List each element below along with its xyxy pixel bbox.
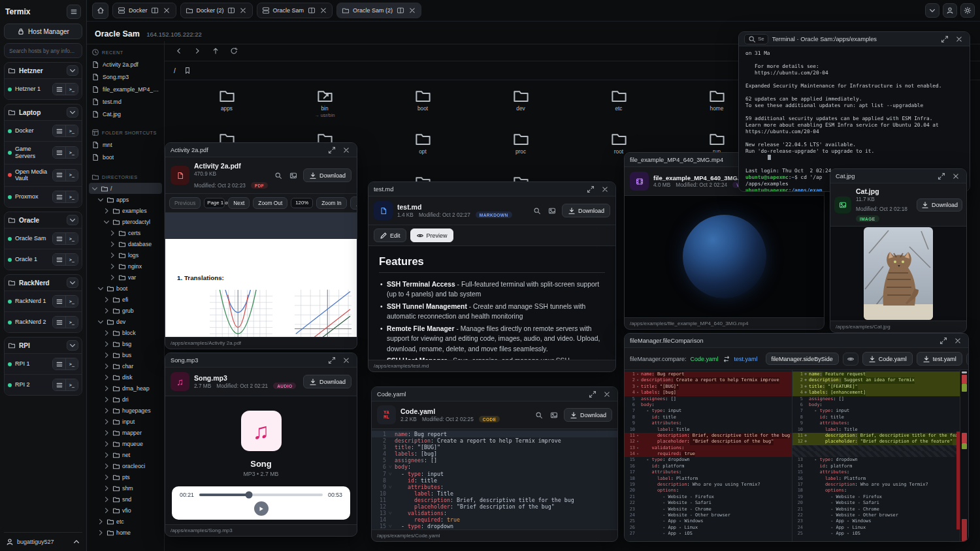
- host-item[interactable]: Proxmox >_: [5, 186, 82, 207]
- tab-docker[interactable]: Docker: [112, 3, 176, 18]
- shortcut-folder[interactable]: boot: [89, 151, 162, 163]
- pdf-next-button[interactable]: Next: [228, 197, 250, 209]
- code-minimap-button[interactable]: [549, 410, 559, 420]
- close-button[interactable]: [953, 336, 963, 346]
- pdf-zoom-out-button[interactable]: Zoom Out: [253, 197, 287, 209]
- tree-node-/[interactable]: /: [89, 183, 162, 194]
- diff-minimap[interactable]: [960, 370, 968, 541]
- host-file-manager-button[interactable]: [53, 379, 65, 390]
- grid-folder-etc[interactable]: etc: [570, 87, 668, 125]
- expand-button[interactable]: [938, 336, 949, 346]
- home-tab-button[interactable]: [92, 3, 108, 19]
- host-group-header[interactable]: RackNerd: [5, 275, 82, 291]
- tree-node-block[interactable]: block: [89, 327, 162, 338]
- tab-close-button[interactable]: [319, 7, 327, 15]
- image-window-titlebar[interactable]: Cat.jpg: [830, 169, 966, 183]
- grid-folder-proc[interactable]: proc: [472, 130, 570, 168]
- close-button[interactable]: [951, 171, 961, 181]
- admin-button[interactable]: [943, 3, 957, 18]
- shortcut-folder[interactable]: mnt: [89, 138, 162, 151]
- host-file-manager-button[interactable]: [53, 296, 65, 307]
- tab-close-button[interactable]: [163, 7, 171, 15]
- audio-window-titlebar[interactable]: Song.mp3: [165, 353, 357, 368]
- back-button[interactable]: [174, 46, 184, 56]
- video-canvas[interactable]: [625, 196, 824, 317]
- code-download-button[interactable]: Download: [564, 408, 612, 422]
- tree-node-char[interactable]: char: [89, 360, 162, 371]
- tree-node-shm[interactable]: shm: [89, 482, 162, 494]
- tree-node-mapper[interactable]: mapper: [89, 427, 162, 438]
- recent-file[interactable]: test.md: [89, 95, 162, 108]
- side-by-side-button[interactable]: fileManager.sideBySide: [766, 353, 839, 365]
- grid-folder-boot[interactable]: boot: [374, 87, 472, 125]
- host-file-manager-button[interactable]: [53, 191, 65, 202]
- host-terminal-button[interactable]: >_: [65, 84, 78, 95]
- breadcrumb-path[interactable]: /: [174, 67, 176, 74]
- host-item[interactable]: Open Media Vault >_: [5, 164, 82, 187]
- host-item[interactable]: Docker >_: [5, 120, 82, 141]
- tab-docker-2-[interactable]: Docker (2): [180, 3, 253, 18]
- code-window-titlebar[interactable]: Code.yaml: [372, 387, 617, 401]
- pdf-minimap-button[interactable]: [288, 170, 299, 181]
- tree-node-dma_heap[interactable]: dma_heap: [89, 383, 162, 394]
- host-file-manager-button[interactable]: [53, 254, 65, 265]
- terminal-titlebar[interactable]: Se Terminal · Oracle Sam:/apps/examples: [739, 32, 970, 46]
- code-search-button[interactable]: [534, 410, 544, 420]
- tree-node-dri[interactable]: dri: [89, 394, 162, 405]
- pdf-download-button[interactable]: Download: [303, 168, 351, 182]
- host-file-manager-button[interactable]: [53, 125, 65, 136]
- grid-folder-bin[interactable]: bin → usr/bin: [276, 87, 374, 125]
- host-item[interactable]: Oracle Sam >_: [5, 228, 82, 249]
- grid-folder-dev[interactable]: dev: [472, 87, 570, 125]
- md-preview-tab[interactable]: Preview: [410, 228, 453, 242]
- tab-split-button[interactable]: [307, 7, 316, 15]
- sidebar-menu-button[interactable]: [67, 5, 81, 19]
- settings-button[interactable]: [960, 3, 975, 18]
- tree-node-apps[interactable]: apps: [89, 194, 162, 205]
- host-group-header[interactable]: Laptop: [5, 104, 82, 120]
- user-footer[interactable]: bugattiguy527: [4, 532, 82, 547]
- tree-node-bus[interactable]: bus: [89, 349, 162, 360]
- tree-node-dev[interactable]: dev: [89, 316, 162, 327]
- group-collapse-button[interactable]: [67, 215, 78, 225]
- pdf-toolbar-download-button[interactable]: Download: [350, 197, 357, 210]
- md-edit-tab[interactable]: Edit: [374, 228, 406, 242]
- tab-close-button[interactable]: [239, 7, 248, 15]
- close-button[interactable]: [602, 389, 612, 400]
- group-collapse-button[interactable]: [67, 277, 78, 288]
- host-terminal-button[interactable]: >_: [65, 125, 78, 136]
- host-terminal-button[interactable]: >_: [65, 191, 78, 202]
- tree-node-hugepages[interactable]: hugepages: [89, 405, 162, 416]
- close-button[interactable]: [954, 34, 964, 44]
- expand-button[interactable]: [587, 389, 598, 400]
- bookmark-button[interactable]: [182, 65, 193, 76]
- diff-download-right-button[interactable]: test.yaml: [917, 352, 962, 366]
- host-item[interactable]: RackNerd 2 >_: [5, 311, 82, 332]
- grid-folder-apps[interactable]: apps: [178, 87, 276, 125]
- md-window-titlebar[interactable]: test.md: [368, 182, 615, 197]
- tree-node-mqueue[interactable]: mqueue: [89, 438, 162, 449]
- tree-node-oracleoci[interactable]: oracleoci: [89, 460, 162, 471]
- host-item[interactable]: Hetzner 1 >_: [5, 78, 82, 99]
- close-button[interactable]: [600, 184, 610, 195]
- tree-node-input[interactable]: input: [89, 416, 162, 427]
- tree-node-home[interactable]: home: [89, 527, 162, 538]
- host-terminal-button[interactable]: >_: [65, 233, 78, 244]
- tree-node-snd[interactable]: snd: [89, 494, 162, 505]
- tree-node-boot[interactable]: boot: [89, 283, 162, 294]
- host-terminal-button[interactable]: >_: [65, 379, 78, 390]
- tab-split-button[interactable]: [396, 7, 404, 15]
- updates-button[interactable]: [925, 3, 939, 18]
- host-group-header[interactable]: RPI: [5, 338, 82, 353]
- host-terminal-button[interactable]: >_: [65, 296, 78, 307]
- host-terminal-button[interactable]: >_: [65, 317, 78, 328]
- host-terminal-button[interactable]: >_: [65, 254, 78, 265]
- host-item[interactable]: Oracle 1 >_: [5, 249, 82, 270]
- md-download-button[interactable]: Download: [562, 204, 610, 217]
- tree-node-examples[interactable]: examples: [89, 205, 162, 216]
- tree-node-pterodactyl[interactable]: pterodactyl: [89, 216, 162, 227]
- tree-node-vfio[interactable]: vfio: [89, 505, 162, 516]
- pdf-zoom-in-button[interactable]: Zoom In: [316, 197, 346, 209]
- host-item[interactable]: RPI 1 >_: [5, 353, 82, 374]
- tree-node-bsg[interactable]: bsg: [89, 338, 162, 349]
